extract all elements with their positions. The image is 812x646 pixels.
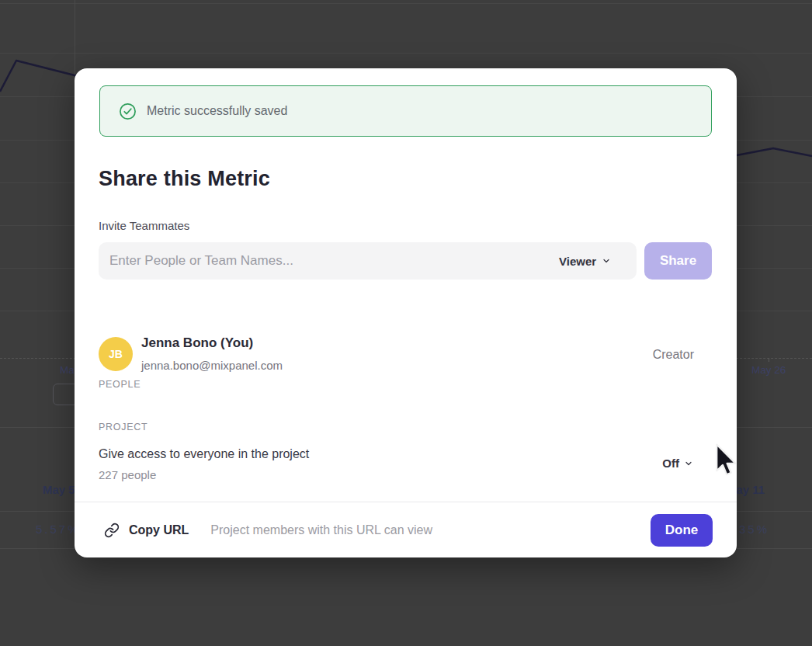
success-banner: Metric successfully saved	[99, 85, 712, 137]
link-icon	[104, 523, 120, 538]
table-cell-value: 35%	[739, 523, 769, 536]
check-circle-icon	[119, 102, 137, 120]
invite-teammates-label: Invite Teammates	[99, 219, 189, 232]
copy-url-button[interactable]: Copy URL	[104, 523, 189, 538]
copy-url-label: Copy URL	[129, 523, 189, 537]
role-dropdown[interactable]: Viewer	[554, 242, 616, 280]
modal-footer: Copy URL Project members with this URL c…	[75, 502, 737, 557]
person-role-badge: Creator	[653, 348, 694, 362]
table-column-header: May 5	[43, 483, 75, 496]
share-metric-modal: Metric successfully saved Share this Met…	[75, 68, 737, 557]
modal-title: Share this Metric	[99, 167, 270, 191]
people-section-label: PEOPLE	[99, 379, 141, 390]
share-button[interactable]: Share	[644, 242, 712, 280]
done-button[interactable]: Done	[651, 514, 713, 547]
table-cell-value: 5.57%	[36, 523, 81, 536]
page: May May 26 May 5 May 11 5.57% 35% Metric…	[0, 0, 812, 646]
chevron-down-icon	[684, 459, 693, 468]
person-name: Jenna Bono (You)	[141, 335, 253, 351]
project-access-title: Give access to everyone in the project	[99, 447, 309, 461]
mouse-cursor	[715, 443, 738, 481]
person-email: jenna.bono@mixpanel.com	[141, 359, 283, 372]
chevron-down-icon	[602, 256, 611, 266]
project-people-count: 227 people	[99, 468, 156, 481]
project-access-dropdown[interactable]: Off	[662, 457, 693, 470]
success-banner-text: Metric successfully saved	[147, 104, 287, 118]
url-permission-hint: Project members with this URL can view	[210, 523, 651, 537]
avatar: JB	[99, 337, 133, 371]
project-access-dropdown-value: Off	[662, 457, 679, 470]
x-axis-label-right: May 26	[751, 364, 786, 376]
role-dropdown-value: Viewer	[559, 255, 596, 268]
project-section-label: PROJECT	[99, 422, 147, 432]
